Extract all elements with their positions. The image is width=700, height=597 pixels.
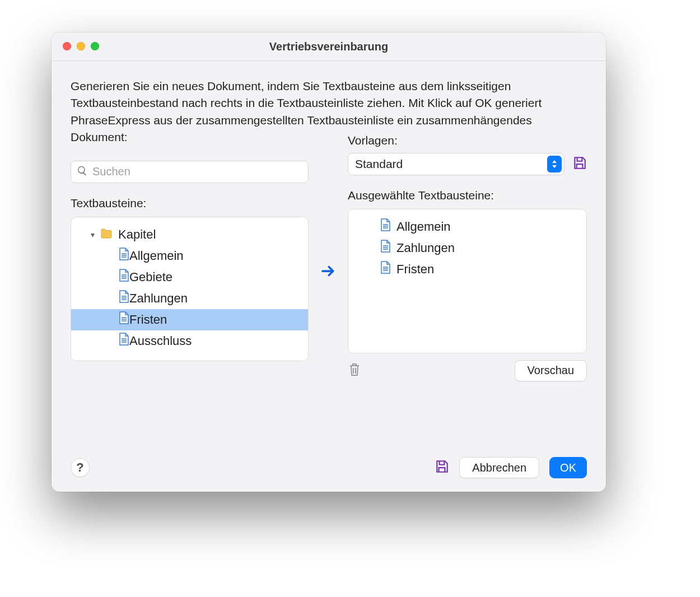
- list-item-label: Fristen: [396, 262, 434, 277]
- selected-label: Ausgewählte Textbausteine:: [348, 189, 587, 202]
- document-icon: [118, 311, 129, 328]
- list-item[interactable]: Allgemein: [348, 216, 586, 237]
- document-icon: [380, 261, 396, 278]
- document-icon: [118, 290, 129, 307]
- tree-item[interactable]: Zahlungen: [71, 288, 308, 309]
- ok-button-label: OK: [560, 461, 576, 474]
- search-icon: [77, 165, 88, 179]
- trash-icon: [348, 362, 361, 377]
- window-controls: [63, 42, 99, 50]
- minimize-icon[interactable]: [77, 42, 85, 50]
- save-document-button[interactable]: [435, 459, 449, 476]
- tree-item-label: Gebiete: [129, 270, 172, 284]
- preview-button-label: Vorschau: [528, 364, 574, 377]
- source-tree[interactable]: ▾ Kapitel AllgemeinGebieteZahlungenFrist…: [71, 217, 309, 361]
- preview-button[interactable]: Vorschau: [515, 360, 587, 381]
- save-icon: [435, 459, 449, 474]
- dialog-window: Vertriebsvereinbarung Generieren Sie ein…: [52, 32, 606, 492]
- document-icon: [118, 269, 129, 286]
- chevron-down-icon: ▾: [88, 230, 97, 239]
- cancel-button[interactable]: Abbrechen: [459, 457, 539, 478]
- tree-item-label: Ausschluss: [129, 334, 192, 348]
- folder-icon: [100, 227, 118, 242]
- list-item[interactable]: Zahlungen: [348, 237, 586, 259]
- document-icon: [380, 218, 396, 235]
- delete-button[interactable]: [348, 362, 361, 380]
- tree-item-label: Allgemein: [129, 249, 184, 263]
- close-icon[interactable]: [63, 42, 71, 50]
- tree-item-label: Zahlungen: [129, 291, 188, 306]
- tree-item[interactable]: Ausschluss: [71, 330, 308, 352]
- tree-item[interactable]: Gebiete: [71, 267, 308, 288]
- template-select-value: Standard: [355, 157, 403, 171]
- titlebar: Vertriebsvereinbarung: [52, 32, 606, 61]
- document-icon: [118, 333, 129, 349]
- tree-folder-kapitel[interactable]: ▾ Kapitel: [71, 224, 308, 245]
- tree-item[interactable]: Allgemein: [71, 245, 308, 267]
- tree-item-label: Fristen: [129, 313, 167, 327]
- save-template-button[interactable]: [572, 156, 587, 172]
- search-field[interactable]: [71, 161, 309, 183]
- list-item-label: Zahlungen: [396, 241, 455, 255]
- help-button[interactable]: ?: [71, 458, 90, 477]
- select-stepper-icon: [547, 156, 562, 172]
- move-arrow: [309, 161, 348, 381]
- template-select[interactable]: Standard: [348, 153, 564, 175]
- textbausteine-label: Textbausteine:: [71, 197, 309, 210]
- ok-button[interactable]: OK: [549, 457, 587, 478]
- list-item[interactable]: Fristen: [348, 259, 586, 280]
- cancel-button-label: Abbrechen: [472, 461, 526, 474]
- arrow-right-icon: [320, 263, 337, 279]
- zoom-icon[interactable]: [91, 42, 99, 50]
- search-input[interactable]: [88, 165, 302, 178]
- selected-list[interactable]: AllgemeinZahlungenFristen: [348, 209, 587, 353]
- tree-item[interactable]: Fristen: [71, 309, 308, 330]
- templates-label: Vorlagen:: [348, 134, 587, 147]
- window-title: Vertriebsvereinbarung: [52, 40, 606, 53]
- document-icon: [380, 240, 396, 256]
- document-icon: [118, 248, 129, 264]
- list-item-label: Allgemein: [396, 220, 451, 234]
- tree-folder-label: Kapitel: [118, 227, 156, 242]
- save-icon: [572, 156, 587, 170]
- help-icon: ?: [76, 460, 83, 475]
